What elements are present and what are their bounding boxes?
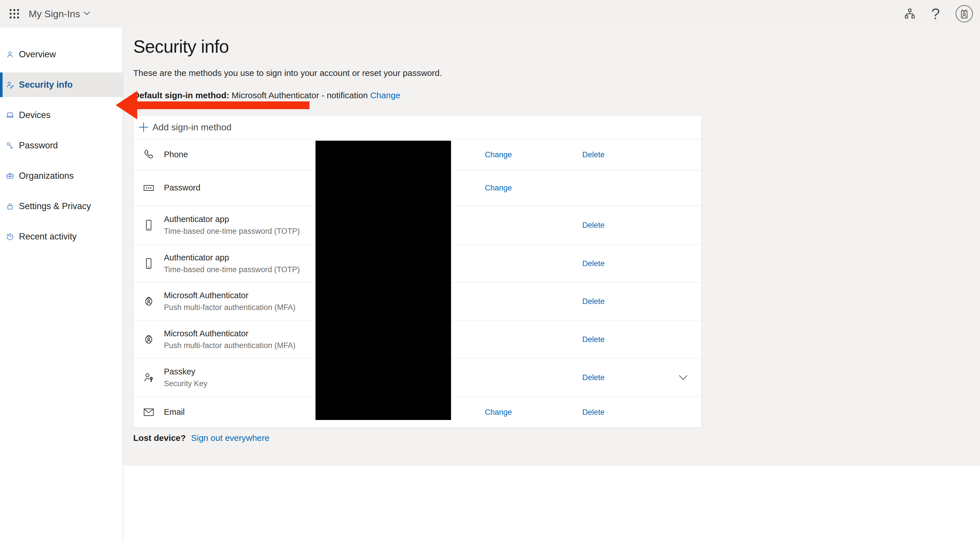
method-subtitle: Push multi-factor authentication (MFA) bbox=[164, 302, 296, 313]
person-edit-icon bbox=[6, 81, 14, 89]
sign-out-everywhere-link[interactable]: Sign out everywhere bbox=[191, 433, 270, 443]
expand-chevron-icon[interactable] bbox=[677, 371, 689, 384]
plus-icon bbox=[138, 122, 149, 132]
default-signin-value: Microsoft Authenticator - notification bbox=[232, 91, 368, 100]
top-bar: My Sign-Ins ? bbox=[0, 0, 980, 27]
password-icon bbox=[142, 170, 155, 205]
delete-link[interactable]: Delete bbox=[582, 297, 605, 306]
app-title[interactable]: My Sign-Ins bbox=[29, 0, 80, 27]
page-subtitle: These are the methods you use to sign in… bbox=[133, 68, 442, 78]
key-icon bbox=[6, 141, 14, 150]
redaction-box bbox=[315, 141, 451, 420]
lock-icon bbox=[6, 202, 14, 211]
mobile-phone-icon bbox=[142, 245, 155, 282]
add-signin-method-label: Add sign-in method bbox=[153, 122, 232, 133]
change-link[interactable]: Change bbox=[485, 408, 512, 417]
add-signin-method-button[interactable]: Add sign-in method bbox=[134, 116, 701, 140]
sidebar-item-settings-privacy[interactable]: Settings & Privacy bbox=[0, 194, 123, 219]
sidebar-item-label: Security info bbox=[19, 79, 73, 90]
email-icon bbox=[142, 397, 155, 428]
account-badge-icon[interactable] bbox=[948, 0, 980, 27]
delete-link[interactable]: Delete bbox=[582, 221, 605, 230]
lost-device-line: Lost device? Sign out everywhere bbox=[133, 433, 269, 443]
method-subtitle: Time-based one-time password (TOTP) bbox=[164, 264, 300, 275]
method-subtitle: Push multi-factor authentication (MFA) bbox=[164, 340, 296, 351]
sidebar-nav: Overview Security info Devices Password … bbox=[0, 42, 123, 249]
delete-link[interactable]: Delete bbox=[582, 150, 605, 159]
delete-link[interactable]: Delete bbox=[582, 259, 605, 268]
default-signin-label: Default sign-in method: bbox=[133, 91, 229, 100]
sidebar-item-security-info[interactable]: Security info bbox=[0, 73, 123, 97]
person-icon bbox=[6, 50, 14, 59]
method-name: Phone bbox=[164, 149, 188, 160]
method-name: Passkey bbox=[164, 366, 207, 377]
history-icon bbox=[6, 232, 14, 241]
briefcase-icon bbox=[6, 172, 14, 180]
delete-link[interactable]: Delete bbox=[582, 335, 605, 344]
sidebar-item-label: Recent activity bbox=[19, 232, 77, 242]
phone-icon bbox=[142, 140, 155, 170]
method-name: Authenticator app bbox=[164, 214, 300, 225]
sidebar-item-devices[interactable]: Devices bbox=[0, 103, 123, 127]
app-launcher-icon[interactable] bbox=[8, 8, 21, 20]
method-subtitle: Security Key bbox=[164, 378, 207, 389]
change-link[interactable]: Change bbox=[485, 150, 512, 159]
sidebar: Overview Security info Devices Password … bbox=[0, 27, 123, 542]
microsoft-authenticator-icon bbox=[142, 283, 155, 320]
default-signin-change-link[interactable]: Change bbox=[370, 91, 400, 100]
main-content: Security info These are the methods you … bbox=[123, 27, 980, 466]
sidebar-item-label: Overview bbox=[19, 49, 56, 60]
laptop-icon bbox=[6, 111, 14, 119]
mobile-phone-icon bbox=[142, 206, 155, 244]
microsoft-authenticator-icon bbox=[142, 321, 155, 358]
delete-link[interactable]: Delete bbox=[582, 373, 605, 382]
sidebar-item-recent-activity[interactable]: Recent activity bbox=[0, 224, 123, 249]
sidebar-item-password[interactable]: Password bbox=[0, 133, 123, 158]
sidebar-item-label: Settings & Privacy bbox=[19, 201, 91, 211]
method-name: Microsoft Authenticator bbox=[164, 290, 296, 301]
help-glyph: ? bbox=[931, 6, 940, 21]
sidebar-item-label: Organizations bbox=[19, 171, 74, 181]
method-name: Microsoft Authenticator bbox=[164, 328, 296, 339]
sidebar-item-overview[interactable]: Overview bbox=[0, 42, 123, 67]
method-name: Password bbox=[164, 182, 200, 193]
org-switcher-icon[interactable] bbox=[897, 0, 923, 27]
method-name: Authenticator app bbox=[164, 252, 300, 263]
method-subtitle: Time-based one-time password (TOTP) bbox=[164, 226, 300, 236]
method-name: Email bbox=[164, 407, 185, 418]
default-signin-line: Default sign-in method: Microsoft Authen… bbox=[133, 91, 400, 100]
change-link[interactable]: Change bbox=[485, 184, 512, 192]
delete-link[interactable]: Delete bbox=[582, 408, 605, 417]
help-icon[interactable]: ? bbox=[923, 0, 948, 27]
passkey-icon bbox=[142, 359, 155, 396]
sidebar-item-label: Password bbox=[19, 140, 58, 151]
lost-device-label: Lost device? bbox=[133, 433, 186, 443]
chevron-down-icon[interactable] bbox=[83, 10, 91, 17]
page-title: Security info bbox=[133, 36, 229, 57]
sidebar-item-label: Devices bbox=[19, 110, 51, 120]
sidebar-item-organizations[interactable]: Organizations bbox=[0, 164, 123, 188]
